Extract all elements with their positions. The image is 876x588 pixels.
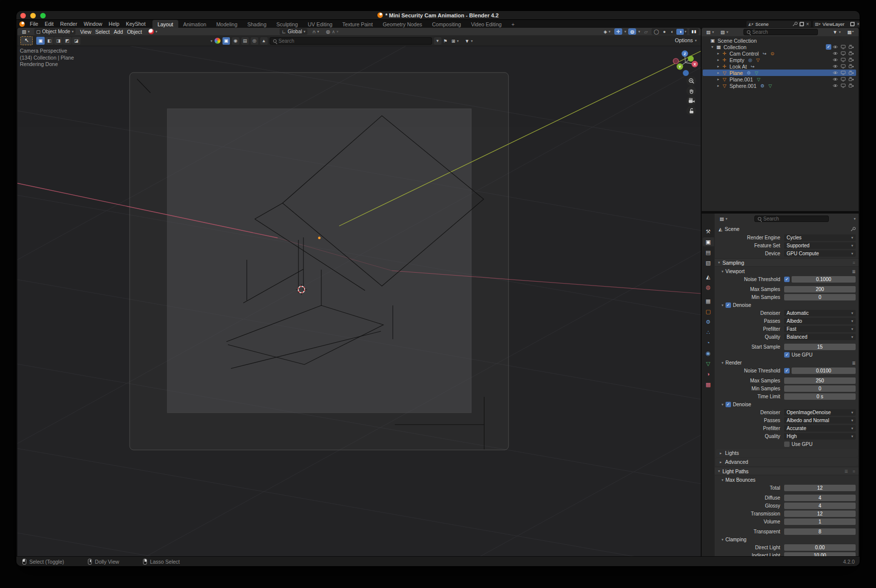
workspace-tab-shading[interactable]: Shading <box>242 20 272 28</box>
asset-filter[interactable]: ▼▾ <box>463 38 475 44</box>
move-view-button[interactable] <box>686 86 696 96</box>
dropdown-passes[interactable]: Albedo and Normal▾ <box>784 417 856 424</box>
eye-toggle-icon[interactable] <box>832 83 839 88</box>
workspace-tab-animation[interactable]: Animation <box>178 20 212 28</box>
checkbox[interactable]: ✓ <box>784 352 790 358</box>
expander-icon[interactable]: ▾ <box>710 45 715 49</box>
collapsed-panel-lights[interactable]: ▸Lights <box>716 449 858 457</box>
field-min-samples[interactable]: 0 <box>784 385 856 392</box>
menu-render[interactable]: Render <box>57 20 80 27</box>
workspace-tab-compositing[interactable]: Compositing <box>427 20 466 28</box>
viewport-menu-view[interactable]: View <box>78 29 93 35</box>
camera-toggle-icon[interactable] <box>848 70 855 75</box>
eye-toggle-icon[interactable] <box>832 51 839 56</box>
menu-file[interactable]: File <box>27 20 41 27</box>
outliner-item-look-at[interactable]: ▸✛Look At↪ <box>703 63 856 70</box>
workspace-tab-texture-paint[interactable]: Texture Paint <box>337 20 377 28</box>
dropdown-denoiser[interactable]: Automatic▾ <box>784 310 856 316</box>
new-view-layer-icon[interactable] <box>850 22 855 26</box>
eye-toggle-icon[interactable] <box>832 64 839 69</box>
outliner-item-sphere-001[interactable]: ▸▽Sphere.001⚙▽ <box>703 82 856 89</box>
blender-logo-icon[interactable] <box>19 21 25 27</box>
sub-render-denoise-header[interactable]: ▾✓Denoise <box>722 401 856 408</box>
dropdown-device[interactable]: GPU Compute▾ <box>784 250 856 257</box>
monitor-toggle-icon[interactable] <box>840 76 847 82</box>
orientation-selector[interactable]: ∟Global▾ <box>280 28 307 35</box>
checkbox[interactable]: ✓ <box>726 302 731 308</box>
asset-bar-collapse-icon[interactable]: ▾ <box>211 39 213 43</box>
outliner-editor-type-icon[interactable]: ▤▾ <box>704 29 716 35</box>
outliner-item-plane[interactable]: ▸▽Plane⚙▽ <box>703 70 856 76</box>
outliner-item-empty[interactable]: ▸✛Empty◎▽ <box>703 57 856 63</box>
sub-max-bounces-header[interactable]: ▾Max Bounces <box>722 476 856 484</box>
asset-type-scene-icon[interactable]: ▤ <box>241 37 249 45</box>
shading-rendered-icon[interactable]: ◑ <box>676 29 684 35</box>
select-mode-invert-icon[interactable]: ◩ <box>63 37 72 45</box>
properties-tab-modifiers[interactable]: ⚙ <box>703 317 714 326</box>
menu-edit[interactable]: Edit <box>42 20 57 27</box>
properties-tab-physics[interactable]: ◔ <box>703 338 714 347</box>
workspace-tab-[interactable]: + <box>507 20 519 28</box>
eye-toggle-icon[interactable] <box>832 70 839 75</box>
field-transparent[interactable]: 8 <box>784 528 856 535</box>
shading-wireframe-icon[interactable]: ◯ <box>653 29 660 35</box>
asset-type-brush-icon[interactable]: ▲ <box>260 37 268 45</box>
asset-search[interactable] <box>270 37 432 45</box>
pan-sampling-header[interactable]: ▾Sampling≡ <box>715 258 859 267</box>
expander-icon[interactable]: ▸ <box>716 64 721 69</box>
properties-tab-scene[interactable]: ◭ <box>703 272 714 281</box>
dropdown-quality[interactable]: Balanced▾ <box>784 334 856 340</box>
new-collection-button[interactable]: ▦⁺ <box>845 29 856 35</box>
overlays-dropdown[interactable]: ▾ <box>638 29 640 34</box>
gizmos-toggle[interactable]: ✛ <box>614 28 622 35</box>
field-max-samples[interactable]: 200 <box>784 286 856 293</box>
dropdown-render-engine[interactable]: Cycles▾ <box>784 234 856 241</box>
properties-editor-type-icon[interactable]: ▤▾ <box>718 216 730 222</box>
show-object-types-dropdown[interactable]: ◈▾ <box>601 28 612 35</box>
zoom-view-button[interactable] <box>686 76 696 86</box>
zoom-window-button[interactable] <box>40 13 46 18</box>
properties-search[interactable] <box>754 216 829 222</box>
checkbox[interactable]: ✓ <box>826 44 831 50</box>
dropdown-feature-set[interactable]: Supported▾ <box>784 242 856 249</box>
expander-icon[interactable]: ▸ <box>716 58 721 62</box>
select-mode-extend-icon[interactable]: ◧ <box>45 37 54 45</box>
asset-type-material-icon[interactable]: ◉ <box>232 37 239 45</box>
properties-tab-render[interactable]: ▣ <box>703 237 714 246</box>
viewport-menu-select[interactable]: Select <box>93 29 112 35</box>
eye-toggle-icon[interactable] <box>832 57 839 63</box>
dropdown-prefilter[interactable]: Fast▾ <box>784 326 856 332</box>
close-icon[interactable]: × <box>857 22 860 27</box>
asset-search-input[interactable] <box>279 38 429 44</box>
expander-icon[interactable]: ▸ <box>716 77 721 81</box>
lock-view-button[interactable] <box>686 106 696 116</box>
checkbox[interactable]: ✓ <box>784 368 790 373</box>
blenderkit-logo-icon[interactable] <box>215 38 220 44</box>
bookmark-icon[interactable]: ⚑ <box>443 38 448 44</box>
field-volume[interactable]: 1 <box>784 518 856 525</box>
field-direct-light[interactable]: 0.00 <box>784 544 856 551</box>
asset-collapse-icon[interactable]: ▾ <box>434 37 441 45</box>
properties-tab-world[interactable]: ◍ <box>703 283 714 292</box>
preset-menu-icon[interactable]: ≣ <box>852 269 856 274</box>
properties-tab-object[interactable]: ▢ <box>703 307 714 316</box>
monitor-toggle-icon[interactable] <box>840 70 847 75</box>
properties-tab-tool[interactable]: ⚒ <box>703 227 714 236</box>
properties-search-input[interactable] <box>763 216 825 221</box>
properties-tab-texture[interactable]: ▩ <box>703 380 714 389</box>
checkbox[interactable]: ✓ <box>784 277 790 282</box>
shading-material-icon[interactable]: ◐ <box>668 29 676 35</box>
scene-browse-icon[interactable]: ◭▾ <box>748 22 753 26</box>
dropdown-passes[interactable]: Albedo▾ <box>784 318 856 324</box>
pause-render-button[interactable]: ▮▮ <box>689 28 699 35</box>
workspace-tab-video-editing[interactable]: Video Editing <box>466 20 507 28</box>
field-time-limit[interactable]: 0 s <box>784 393 856 400</box>
shading-solid-icon[interactable]: ● <box>660 29 668 35</box>
asset-display-options[interactable]: ⊞▾ <box>449 38 461 44</box>
field-total[interactable]: 12 <box>784 485 856 491</box>
new-scene-icon[interactable] <box>800 22 804 26</box>
active-tool-select-box[interactable]: ↖ <box>20 36 33 45</box>
drag-handle-icon[interactable]: ≡ <box>853 260 855 265</box>
eye-toggle-icon[interactable] <box>832 76 839 82</box>
navigation-gizmo[interactable]: Z X Y <box>669 46 701 80</box>
